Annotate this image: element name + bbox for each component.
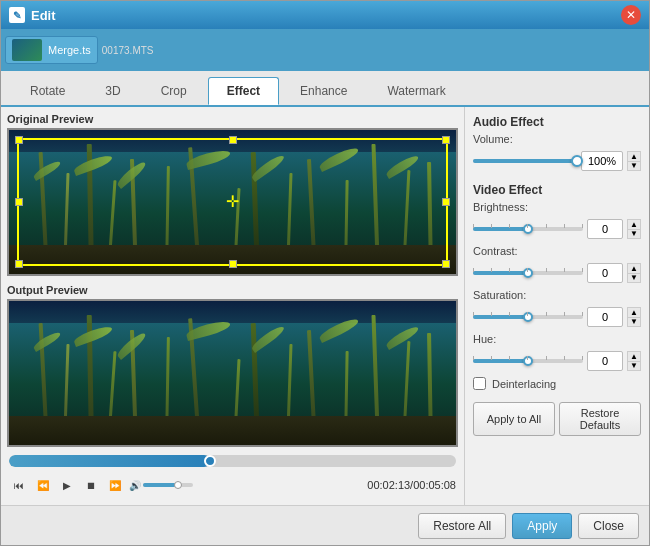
hue-slider-container [473,353,583,369]
progress-fill [9,455,210,467]
saturation-row: ▲ ▼ [473,307,641,327]
time-display: 00:02:13/00:05:08 [367,479,456,491]
output-preview-video [7,299,458,447]
original-preview-section: Original Preview [7,113,458,280]
deinterlacing-row: Deinterlacing [473,377,641,390]
original-preview-video: ✛ [7,128,458,276]
volume-slider[interactable] [143,483,193,487]
volume-control: 🔊 [129,480,193,491]
saturation-label: Saturation: [473,289,543,301]
controls-bar: ⏮ ⏪ ▶ ⏹ ⏩ 🔊 00:02:13/00:05:08 [7,471,458,499]
effect-action-buttons: Apply to All Restore Defaults [473,402,641,436]
file-bar: Merge.ts 00173.MTS [1,29,649,71]
volume-slider-fill [143,483,178,487]
contrast-input[interactable] [587,263,623,283]
contrast-down-button[interactable]: ▼ [627,273,641,283]
brightness-input[interactable] [587,219,623,239]
file-thumbnail-1 [12,39,42,61]
close-button-bottom[interactable]: Close [578,513,639,539]
brightness-label: Brightness: [473,201,543,213]
tab-3d[interactable]: 3D [86,77,139,105]
video-effect-title: Video Effect [473,183,641,197]
brightness-label-row: Brightness: [473,201,641,213]
file-name-2: 00173.MTS [102,45,154,56]
saturation-up-button[interactable]: ▲ [627,307,641,317]
file-item-1[interactable]: Merge.ts [5,36,98,64]
saturation-down-button[interactable]: ▼ [627,317,641,327]
tab-rotate[interactable]: Rotate [11,77,84,105]
saturation-track[interactable] [473,315,583,319]
tab-crop[interactable]: Crop [142,77,206,105]
brightness-row: ▲ ▼ [473,219,641,239]
stop-button[interactable]: ⏹ [81,475,101,495]
hue-label: Hue: [473,333,543,345]
saturation-label-row: Saturation: [473,289,641,301]
volume-label: Volume: [473,133,543,145]
hue-track[interactable] [473,359,583,363]
contrast-up-button[interactable]: ▲ [627,263,641,273]
contrast-label-row: Contrast: [473,245,641,257]
volume-row: Volume: [473,133,641,145]
volume-track-fill [473,159,577,163]
step-forward-button[interactable]: ⏩ [105,475,125,495]
hue-up-button[interactable]: ▲ [627,351,641,361]
step-back-button[interactable]: ⏪ [33,475,53,495]
audio-effect-section: Audio Effect Volume: ▲ ▼ [473,115,641,177]
contrast-slider-container [473,265,583,281]
brightness-up-button[interactable]: ▲ [627,219,641,229]
volume-value-input[interactable] [581,151,623,171]
volume-icon: 🔊 [129,480,141,491]
saturation-input[interactable] [587,307,623,327]
tab-effect[interactable]: Effect [208,77,279,105]
play-button[interactable]: ▶ [57,475,77,495]
restore-all-button[interactable]: Restore All [418,513,506,539]
brightness-slider-container [473,221,583,237]
right-panel: Audio Effect Volume: ▲ ▼ [464,107,649,505]
hue-input[interactable] [587,351,623,371]
contrast-row: ▲ ▼ [473,263,641,283]
hue-spinbox: ▲ ▼ [627,351,641,371]
window-title: Edit [31,8,621,23]
contrast-spinbox: ▲ ▼ [627,263,641,283]
deinterlacing-checkbox[interactable] [473,377,486,390]
hue-down-button[interactable]: ▼ [627,361,641,371]
audio-effect-title: Audio Effect [473,115,641,129]
close-button[interactable]: ✕ [621,5,641,25]
video-effect-section: Video Effect Brightness: [473,183,641,390]
tab-bar: Rotate 3D Crop Effect Enhance Watermark [1,71,649,107]
contrast-label: Contrast: [473,245,543,257]
volume-up-button[interactable]: ▲ [627,151,641,161]
tab-watermark[interactable]: Watermark [368,77,464,105]
saturation-spinbox: ▲ ▼ [627,307,641,327]
hue-label-row: Hue: [473,333,641,345]
original-preview-label: Original Preview [7,113,458,125]
brightness-track[interactable] [473,227,583,231]
volume-slider-row: ▲ ▼ [473,151,641,171]
app-icon: ✎ [9,7,25,23]
volume-track[interactable] [473,159,577,163]
volume-slider-container [473,153,577,169]
apply-button[interactable]: Apply [512,513,572,539]
main-content: Original Preview [1,107,649,505]
saturation-slider-container [473,309,583,325]
restore-defaults-button[interactable]: Restore Defaults [559,402,641,436]
contrast-track[interactable] [473,271,583,275]
volume-slider-thumb[interactable] [174,481,182,489]
progress-thumb[interactable] [204,455,216,467]
left-panel: Original Preview [1,107,464,505]
volume-spinbox: ▲ ▼ [627,151,641,171]
tab-enhance[interactable]: Enhance [281,77,366,105]
volume-track-thumb[interactable] [571,155,583,167]
progress-bar[interactable] [9,455,456,467]
brightness-down-button[interactable]: ▼ [627,229,641,239]
skip-start-button[interactable]: ⏮ [9,475,29,495]
edit-window: ✎ Edit ✕ Merge.ts 00173.MTS Rotate 3D Cr… [0,0,650,546]
brightness-spinbox: ▲ ▼ [627,219,641,239]
hue-row: ▲ ▼ [473,351,641,371]
file-name-1: Merge.ts [48,44,91,56]
output-preview-label: Output Preview [7,284,458,296]
bottom-bar: Restore All Apply Close [1,505,649,545]
apply-to-all-button[interactable]: Apply to All [473,402,555,436]
title-bar: ✎ Edit ✕ [1,1,649,29]
volume-down-button[interactable]: ▼ [627,161,641,171]
